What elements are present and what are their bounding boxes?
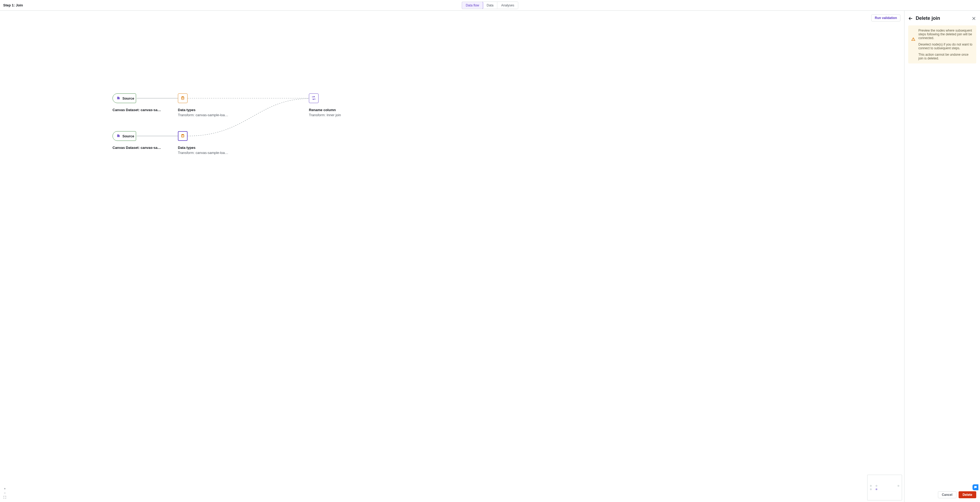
node-title: Canvas Dataset: canvas-sample-… [113,108,164,112]
node-title: Data types [178,146,229,150]
header: Step 1: Join Data flow Data Analyses [0,0,980,11]
tabs: Data flow Data Analyses [461,2,518,9]
database-icon [181,96,185,101]
panel-title: Delete join [916,16,969,21]
minimap[interactable] [867,475,902,500]
node-title: Canvas Dataset: canvas-sample-… [113,146,164,150]
node-subtitle: Transform: Inner join [309,113,360,117]
notice-deselect-text: Deselect node(s) if you do not want to c… [912,43,972,50]
database-icon [181,133,185,139]
back-icon[interactable] [908,16,913,21]
node-subtitle: Transform: canvas-sample-loans-part-… [178,113,229,117]
swap-icon [311,95,317,102]
node-datatypes-2[interactable]: Data types Transform: canvas-sample-loan… [178,131,231,155]
node-subtitle: Transform: canvas-sample-loans-part-… [178,151,229,155]
node-label: Source [123,134,134,138]
warning-notice: Preview the nodes where subsequent steps… [908,25,976,64]
canvas[interactable]: Run validation Source Canvas Dataset: ca… [0,11,904,502]
delete-button[interactable]: Delete [959,491,976,498]
tab-data[interactable]: Data [483,2,497,9]
zoom-out-button[interactable]: − [3,491,7,495]
node-title: Rename column [309,108,360,112]
node-source-1[interactable]: Source Canvas Dataset: canvas-sample-… [113,94,166,112]
chat-icon [974,486,977,489]
side-panel: Delete join Preview the nodes where subs… [904,11,980,502]
tab-analyses[interactable]: Analyses [498,2,518,9]
node-label: Source [123,96,134,100]
node-rename-column[interactable]: Rename column Transform: Inner join [309,94,363,117]
run-validation-button[interactable]: Run validation [871,14,900,21]
notice-warn-text: This action cannot be undone once join i… [912,53,972,60]
warning-icon [912,37,915,42]
page-title: Step 1: Join [3,3,23,7]
fullscreen-button[interactable] [3,495,7,499]
node-datatypes-1[interactable]: Data types Transform: canvas-sample-loan… [178,94,231,117]
close-icon[interactable] [971,16,976,21]
node-title: Data types [178,108,229,112]
chat-fab[interactable] [972,485,978,490]
node-source-2[interactable]: Source Canvas Dataset: canvas-sample-… [113,131,166,150]
notice-preview-text: Preview the nodes where subsequent steps… [912,29,972,40]
zoom-controls: + − [3,486,7,499]
svg-point-3 [181,134,184,135]
database-icon [116,96,120,101]
cancel-button[interactable]: Cancel [938,491,956,498]
database-icon [116,134,120,138]
svg-point-2 [181,96,184,97]
zoom-in-button[interactable]: + [3,486,7,491]
flow-connectors [0,11,904,502]
tab-data-flow[interactable]: Data flow [461,2,483,9]
